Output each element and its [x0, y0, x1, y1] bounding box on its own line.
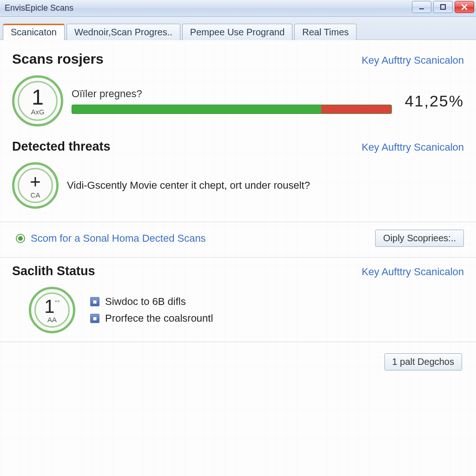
divider — [0, 222, 476, 222]
badge-number: 1 — [32, 86, 44, 108]
status-item: ■ Prorfece the coalsrountl — [90, 312, 213, 324]
threat-text: Vidi-Gscently Movie center it chept, ort… — [67, 179, 464, 192]
progress-percent: 41,25% — [405, 92, 464, 110]
svg-rect-0 — [419, 8, 424, 9]
action-row: Scom for a Sonal Homa Dected Scans Oiply… — [12, 229, 464, 249]
section-header: Saclith Status Key Aufttry Scanicalon — [12, 264, 464, 278]
progress-bar — [72, 105, 392, 114]
footer-button[interactable]: 1 palt Degchos — [384, 353, 462, 370]
progress-wrap: Oïïler pregnes? — [72, 88, 392, 114]
key-auth-link-1[interactable]: Key Aufttry Scanicalon — [362, 54, 464, 66]
maximize-icon — [439, 3, 447, 11]
close-icon — [461, 3, 468, 11]
tab-real-times[interactable]: Real Times — [294, 24, 357, 40]
tab-strip: Scanicaton Wednoir,Scan Progres.. Pempee… — [0, 17, 476, 40]
status-badge: 1 °° AA — [29, 287, 75, 333]
progress-label: Oïïler pregnes? — [72, 88, 392, 100]
tab-scanicaton[interactable]: Scanicaton — [3, 24, 65, 40]
badge-sub: AA — [47, 316, 57, 324]
badge-sub: AxG — [31, 108, 44, 116]
badge-sub: CA — [31, 191, 40, 199]
badge-number: 1 — [44, 297, 54, 316]
window-title: EnvisEpicle Scans — [5, 3, 73, 13]
threats-title: Detected threats — [12, 139, 111, 154]
scan-progress-section: Scans rosjers Key Aufttry Scanicalon 1 A… — [12, 51, 464, 126]
threat-badge: + CA — [12, 162, 59, 209]
maximize-button[interactable] — [433, 1, 453, 13]
section-header: Scans rosjers Key Aufttry Scanicalon — [12, 51, 464, 67]
scan-progress-row: 1 AxG Oïïler pregnes? 41,25% — [12, 75, 464, 126]
divider — [0, 342, 476, 342]
tab-use-program[interactable]: Pempee Use Progrand — [182, 24, 292, 40]
apply-button[interactable]: Oiply Scopriees:.. — [375, 230, 464, 247]
status-checklist: ■ Siwdoc to 6B difls ■ Prorfece the coal… — [90, 296, 213, 324]
checkbox-icon[interactable]: ■ — [90, 297, 99, 306]
status-item: ■ Siwdoc to 6B difls — [90, 296, 213, 308]
section-header: Detected threats Key Aufttry Scanicalon — [12, 139, 464, 154]
divider — [0, 257, 476, 258]
badge-number: + — [30, 172, 40, 191]
status-row: 1 °° AA ■ Siwdoc to 6B difls ■ Prorfece … — [12, 287, 464, 333]
minimize-button[interactable] — [412, 1, 431, 13]
badge-sup: °° — [55, 299, 60, 306]
svg-rect-1 — [441, 5, 445, 9]
key-auth-link-3[interactable]: Key Aufttry Scanicalon — [362, 266, 464, 278]
status-item-label: Siwdoc to 6B difls — [105, 296, 186, 308]
status-section: Saclith Status Key Aufttry Scanicalon 1 … — [12, 264, 464, 333]
close-button[interactable] — [455, 1, 474, 13]
scan-link[interactable]: Scom for a Sonal Homa Dected Scans — [31, 232, 206, 245]
threats-section: Detected threats Key Aufttry Scanicalon … — [12, 139, 464, 209]
status-item-label: Prorfece the coalsrountl — [105, 312, 213, 324]
titlebar: EnvisEpicle Scans — [0, 0, 476, 17]
minimize-icon — [418, 3, 425, 11]
key-auth-link-2[interactable]: Key Aufttry Scanicalon — [362, 141, 464, 153]
content-area: Scans rosjers Key Aufttry Scanicalon 1 A… — [0, 40, 476, 476]
checkbox-icon[interactable]: ■ — [90, 314, 99, 323]
radio-left: Scom for a Sonal Homa Dected Scans — [16, 232, 206, 245]
threats-row: + CA Vidi-Gscently Movie center it chept… — [12, 162, 464, 209]
tab-scan-progress[interactable]: Wednoir,Scan Progres.. — [66, 24, 180, 40]
window-controls — [412, 1, 474, 13]
footer-row: 1 palt Degchos — [12, 349, 464, 370]
scan-rank-badge: 1 AxG — [12, 75, 63, 126]
status-title: Saclith Status — [12, 264, 95, 278]
radio-indicator[interactable] — [16, 234, 25, 243]
scan-progress-title: Scans rosjers — [12, 51, 104, 67]
